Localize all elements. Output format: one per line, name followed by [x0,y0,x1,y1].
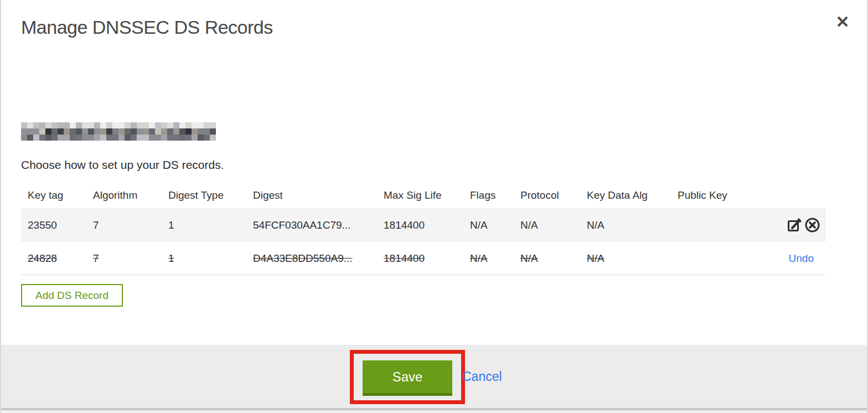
column-header-protocol: Protocol [520,189,587,202]
add-ds-record-button[interactable]: Add DS Record [21,284,123,307]
column-header-max-sig-life: Max Sig Life [384,189,470,202]
cell-flags: N/A [470,219,520,231]
row-actions: Undo [755,252,826,265]
table-header-row: Key tag Algorithm Digest Type Digest Max… [21,183,826,208]
column-header-algorithm: Algorithm [93,189,168,202]
ds-records-table: Key tag Algorithm Digest Type Digest Max… [21,183,826,275]
page-title: Manage DNSSEC DS Records [21,17,273,38]
delete-circle-icon[interactable] [804,217,820,234]
cell-key-tag: 24828 [28,252,93,265]
column-header-digest: Digest [253,189,384,202]
column-header-public-key: Public Key [678,189,755,202]
cell-key-data-alg: N/A [587,219,678,231]
row-actions [755,217,826,234]
dnssec-modal: Manage DNSSEC DS Records ✕ Choose how to… [0,0,868,413]
cell-key-tag: 23550 [28,219,93,231]
close-icon[interactable]: ✕ [830,10,855,34]
footer-bar: Save Cancel [1,345,868,408]
column-header-key-data-alg: Key Data Alg [587,189,678,202]
cancel-link[interactable]: Cancel [462,369,502,384]
cell-digest-type: 1 [168,219,253,231]
column-header-flags: Flags [470,189,520,202]
cell-max-sig-life: 1814400 [384,252,470,265]
cell-algorithm: 7 [93,252,168,265]
cell-algorithm: 7 [93,219,168,231]
cell-digest: D4A33E8DD550A9... [253,252,384,265]
redacted-domain [21,122,216,141]
table-row: 23550 7 1 54FCF030AA1C79... 1814400 N/A … [21,208,826,242]
undo-link[interactable]: Undo [789,252,820,265]
cell-protocol: N/A [520,219,587,231]
column-header-key-tag: Key tag [28,189,93,202]
instruction-text: Choose how to set up your DS records. [21,158,224,172]
cell-max-sig-life: 1814400 [384,219,470,231]
page-bottom-edge [1,408,868,413]
save-button[interactable]: Save [363,360,452,396]
cell-protocol: N/A [520,252,587,265]
cell-key-data-alg: N/A [587,252,678,265]
table-row-deleted: 24828 7 1 D4A33E8DD550A9... 1814400 N/A … [21,242,826,275]
cell-flags: N/A [470,252,520,265]
cell-digest: 54FCF030AA1C79... [253,219,384,231]
column-header-digest-type: Digest Type [168,189,253,202]
edit-icon[interactable] [786,217,803,234]
cell-digest-type: 1 [168,252,253,265]
